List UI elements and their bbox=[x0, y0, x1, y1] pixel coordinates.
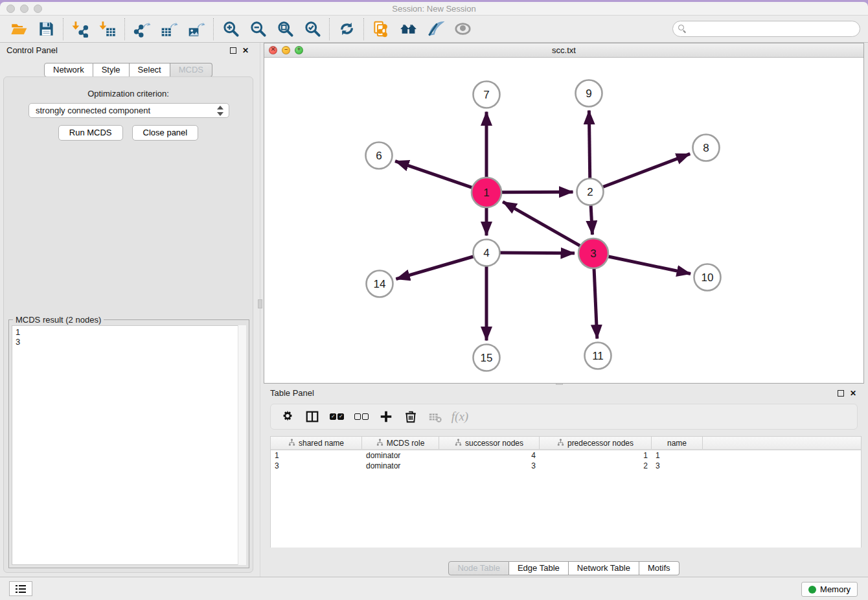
tab-network-table[interactable]: Network Table bbox=[569, 561, 639, 575]
show-hide-details-icon[interactable] bbox=[449, 17, 476, 41]
table-cell[interactable]: 3 bbox=[271, 461, 362, 471]
graph-node-15[interactable]: 15 bbox=[474, 345, 500, 371]
export-table-icon[interactable] bbox=[155, 17, 183, 41]
copy-network-icon[interactable] bbox=[367, 17, 394, 41]
column-header-shared-name[interactable]: shared name bbox=[271, 437, 362, 449]
graph-node-2[interactable]: 2 bbox=[577, 179, 604, 205]
table-cell[interactable]: 1 bbox=[271, 450, 362, 461]
tab-mcds[interactable]: MCDS bbox=[170, 63, 212, 77]
split-panel-icon[interactable] bbox=[302, 407, 323, 426]
memory-button[interactable]: Memory bbox=[801, 582, 858, 597]
application-window: Session: New Session Control Panel Netwo… bbox=[0, 0, 868, 600]
status-bar: Memory bbox=[0, 577, 868, 600]
table-cell[interactable]: 4 bbox=[439, 450, 540, 461]
refresh-layout-icon[interactable] bbox=[333, 17, 360, 41]
mcds-result-scrollbar[interactable] bbox=[238, 325, 246, 565]
toolbar-separator bbox=[363, 18, 364, 40]
table-cell[interactable]: 2 bbox=[540, 461, 652, 471]
column-header-name[interactable]: name bbox=[652, 437, 703, 449]
zoom-out-icon[interactable] bbox=[244, 17, 271, 41]
tree-flow-icon bbox=[455, 439, 462, 448]
select-all-columns-icon[interactable] bbox=[326, 407, 347, 426]
export-image-icon[interactable] bbox=[183, 17, 210, 41]
svg-text:4: 4 bbox=[483, 247, 489, 259]
graph-node-4[interactable]: 4 bbox=[474, 240, 500, 266]
tab-edge-table[interactable]: Edge Table bbox=[509, 561, 569, 575]
tree-flow-icon bbox=[376, 439, 383, 448]
table-row[interactable]: 1dominator411 bbox=[271, 450, 861, 461]
tab-network[interactable]: Network bbox=[44, 63, 93, 77]
column-label: predecessor nodes bbox=[567, 439, 634, 448]
control-panel-float-icon[interactable] bbox=[230, 47, 236, 54]
graph-edge-2-9[interactable] bbox=[589, 110, 589, 178]
table-cell[interactable]: 3 bbox=[439, 461, 540, 471]
table-cell[interactable]: 1 bbox=[540, 450, 652, 461]
delete-column-icon[interactable] bbox=[400, 407, 421, 426]
task-history-button[interactable] bbox=[9, 581, 32, 596]
table-row[interactable]: 3dominator323 bbox=[271, 461, 861, 471]
graph-node-7[interactable]: 7 bbox=[474, 82, 500, 108]
tab-select[interactable]: Select bbox=[130, 63, 170, 77]
close-panel-button[interactable]: Close panel bbox=[132, 125, 199, 141]
tree-flow-icon bbox=[288, 439, 295, 448]
graph-edge-1-6[interactable] bbox=[395, 161, 472, 188]
vertical-splitter bbox=[260, 43, 260, 577]
node-table: shared nameMCDS rolesuccessor nodesprede… bbox=[270, 436, 862, 548]
graph-edge-4-3[interactable] bbox=[499, 253, 575, 253]
graph-node-10[interactable]: 10 bbox=[694, 264, 721, 291]
table-cell[interactable]: dominator bbox=[362, 450, 439, 461]
column-header-predecessor-nodes[interactable]: predecessor nodes bbox=[540, 437, 652, 449]
apply-style-icon[interactable] bbox=[422, 17, 449, 41]
open-file-icon[interactable] bbox=[5, 17, 32, 41]
mcds-result-text[interactable]: 1 3 bbox=[12, 325, 246, 565]
run-mcds-button[interactable]: Run MCDS bbox=[58, 125, 123, 141]
import-network-icon[interactable] bbox=[67, 17, 94, 41]
table-panel-float-icon[interactable] bbox=[838, 390, 844, 397]
table-cell[interactable]: 1 bbox=[652, 450, 703, 461]
list-icon bbox=[16, 585, 26, 593]
svg-text:7: 7 bbox=[483, 89, 489, 101]
table-panel-close-icon[interactable] bbox=[850, 389, 858, 397]
column-header-MCDS-role[interactable]: MCDS role bbox=[362, 437, 439, 449]
tab-style[interactable]: Style bbox=[93, 63, 130, 77]
control-panel-title: Control Panel bbox=[6, 45, 58, 55]
graph-edge-2-8[interactable] bbox=[602, 154, 690, 187]
memory-label: Memory bbox=[820, 584, 851, 594]
graph-node-3[interactable]: 3 bbox=[578, 238, 608, 268]
graph-node-1[interactable]: 1 bbox=[472, 178, 501, 207]
graph-node-8[interactable]: 8 bbox=[693, 135, 720, 161]
graph-edge-3-1[interactable] bbox=[503, 202, 580, 246]
zoom-fit-icon[interactable] bbox=[271, 17, 299, 41]
add-column-icon[interactable] bbox=[376, 407, 396, 426]
graph-edge-4-14[interactable] bbox=[396, 257, 474, 279]
table-cell[interactable]: 3 bbox=[652, 461, 703, 471]
control-panel-close-icon[interactable] bbox=[242, 47, 250, 54]
graph-edge-3-10[interactable] bbox=[608, 257, 691, 274]
zoom-selected-icon[interactable] bbox=[299, 17, 326, 41]
tab-node-table[interactable]: Node Table bbox=[448, 561, 509, 575]
network-canvas[interactable]: 7968124314101511 bbox=[264, 58, 863, 383]
app-title: Session: New Session bbox=[0, 4, 868, 14]
export-network-icon[interactable] bbox=[128, 17, 155, 41]
deselect-all-columns-icon[interactable] bbox=[351, 407, 372, 426]
table-settings-gear-icon[interactable] bbox=[277, 407, 298, 426]
graph-edge-3-11[interactable] bbox=[594, 268, 597, 339]
graph-node-11[interactable]: 11 bbox=[585, 343, 611, 369]
graph-node-14[interactable]: 14 bbox=[367, 271, 393, 297]
search-input[interactable] bbox=[672, 21, 860, 37]
vertical-splitter-handle[interactable] bbox=[258, 299, 262, 308]
delete-table-icon bbox=[425, 407, 446, 426]
home-view-icon[interactable] bbox=[394, 17, 422, 41]
graph-node-6[interactable]: 6 bbox=[366, 143, 393, 169]
graph-edge-2-3[interactable] bbox=[591, 205, 592, 235]
criterion-select[interactable]: strongly connected component bbox=[29, 103, 229, 118]
save-session-icon[interactable] bbox=[32, 17, 60, 41]
column-header-successor-nodes[interactable]: successor nodes bbox=[439, 437, 540, 449]
zoom-in-icon[interactable] bbox=[217, 17, 244, 41]
graph-node-9[interactable]: 9 bbox=[576, 80, 602, 107]
graph-edge-1-2[interactable] bbox=[501, 192, 573, 192]
table-cell[interactable]: dominator bbox=[362, 461, 439, 471]
import-table-icon[interactable] bbox=[94, 17, 121, 41]
tab-motifs[interactable]: Motifs bbox=[639, 561, 680, 575]
workspace: Control Panel NetworkStyleSelectMCDS Opt… bbox=[0, 43, 868, 577]
